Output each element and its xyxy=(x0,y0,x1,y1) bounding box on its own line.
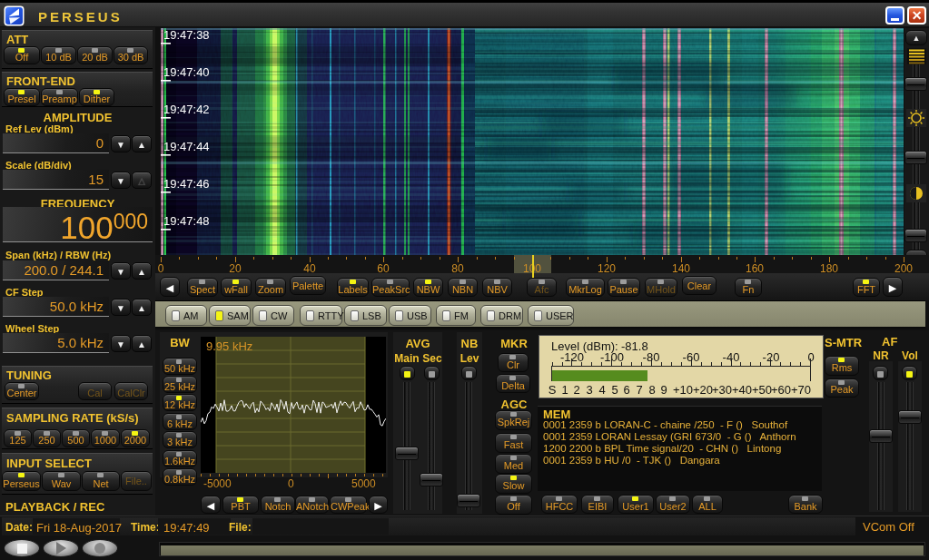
svg-text:19:47:46: 19:47:46 xyxy=(163,177,210,191)
svg-text:19:47:38: 19:47:38 xyxy=(163,28,210,42)
svg-text:19:47:44: 19:47:44 xyxy=(163,140,210,153)
svg-text:19:47:48: 19:47:48 xyxy=(163,214,210,228)
svg-text:19:47:40: 19:47:40 xyxy=(163,65,210,79)
svg-text:19:47:42: 19:47:42 xyxy=(163,103,210,116)
